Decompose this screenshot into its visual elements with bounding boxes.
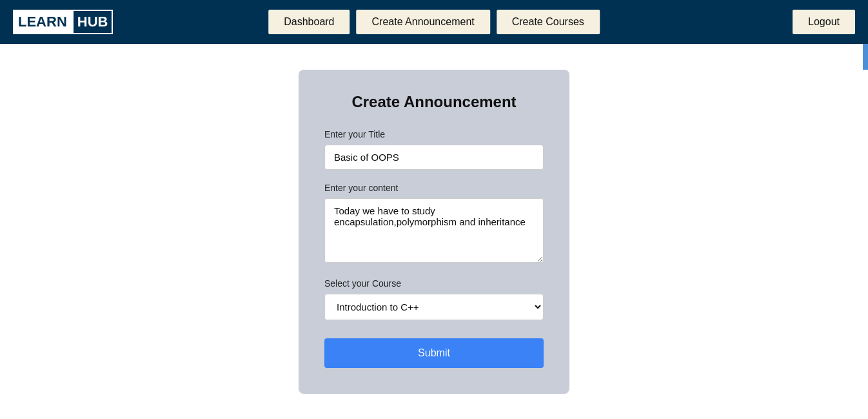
course-group: Select your Course Introduction to C++ D…: [324, 278, 544, 320]
create-courses-button[interactable]: Create Courses: [497, 10, 600, 34]
logo: LEARN HUB: [13, 10, 113, 34]
form-title: Create Announcement: [324, 93, 544, 111]
scroll-indicator: [863, 44, 868, 70]
content-textarea[interactable]: Today we have to study encapsulation,pol…: [324, 198, 544, 263]
title-label: Enter your Title: [324, 129, 544, 139]
logout-button[interactable]: Logout: [793, 10, 855, 34]
logo-hub: HUB: [72, 10, 113, 34]
dashboard-button[interactable]: Dashboard: [268, 10, 350, 34]
navbar: LEARN HUB Dashboard Create Announcement …: [0, 0, 868, 44]
create-announcement-button[interactable]: Create Announcement: [357, 10, 490, 34]
submit-button[interactable]: Submit: [324, 338, 544, 368]
logo-learn: LEARN: [13, 10, 72, 34]
title-group: Enter your Title: [324, 129, 544, 170]
course-label: Select your Course: [324, 278, 544, 289]
form-card: Create Announcement Enter your Title Ent…: [299, 70, 569, 394]
main-content: Create Announcement Enter your Title Ent…: [0, 44, 868, 419]
nav-links: Dashboard Create Announcement Create Cou…: [268, 10, 600, 34]
title-input[interactable]: [324, 145, 544, 170]
content-group: Enter your content Today we have to stud…: [324, 183, 544, 265]
course-select[interactable]: Introduction to C++ Data Structures Algo…: [324, 294, 544, 320]
content-label: Enter your content: [324, 183, 544, 193]
